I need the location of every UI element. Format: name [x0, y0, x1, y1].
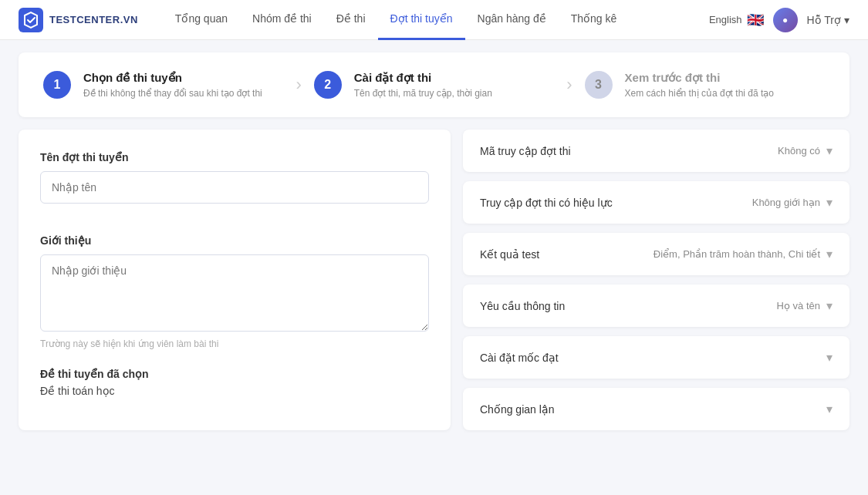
navbar: TESTCENTER.VN Tổng quan Nhóm đề thi Đề t… — [0, 0, 868, 40]
step-2-content: Cài đặt đợt thi Tên đợt thi, mã truy cập… — [354, 71, 492, 99]
step-1: 1 Chọn đề thi tuyển Đề thi không thể tha… — [43, 71, 283, 99]
desc-textarea[interactable] — [40, 254, 429, 332]
step-2-number: 2 — [314, 71, 342, 99]
ma-truy-cap-chevron-icon: ▾ — [826, 143, 833, 158]
nav-ngan-hang-de[interactable]: Ngân hàng đề — [465, 0, 559, 40]
main-content: Tên đợt thi tuyển Giới thiệu Trường này … — [19, 130, 849, 430]
left-panel: Tên đợt thi tuyển Giới thiệu Trường này … — [19, 130, 451, 430]
setting-cai-dat-moc-dat[interactable]: Cài đặt mốc đạt ▾ — [463, 336, 849, 379]
right-panel: Mã truy cập đợt thi Không có ▾ Truy cập … — [463, 130, 849, 430]
ket-qua-test-label: Kết quả test — [480, 248, 539, 261]
help-chevron-icon: ▾ — [844, 14, 849, 26]
step-3-title: Xem trước đợt thi — [625, 71, 774, 85]
help-label: Hỗ Trợ — [807, 14, 841, 26]
nav-nhom-de-thi[interactable]: Nhóm đề thi — [240, 0, 324, 40]
step-3-content: Xem trước đợt thi Xem cách hiển thị của … — [625, 71, 774, 99]
cai-dat-moc-dat-chevron-icon: ▾ — [826, 350, 833, 365]
step-3-desc: Xem cách hiển thị của đợt thi đã tạo — [625, 88, 774, 99]
name-field-label: Tên đợt thi tuyển — [40, 151, 429, 163]
brand-logo-icon — [19, 8, 43, 32]
ket-qua-test-value-group: Điểm, Phần trăm hoàn thành, Chi tiết ▾ — [654, 247, 833, 261]
desc-field-label: Giới thiệu — [40, 234, 429, 247]
ket-qua-test-chevron-icon: ▾ — [826, 247, 833, 261]
selected-exam-value: Đề thi toán học — [40, 385, 429, 397]
nav-thong-ke[interactable]: Thống kê — [559, 0, 630, 40]
user-avatar[interactable]: ● — [773, 8, 798, 32]
cai-dat-moc-dat-value-group: ▾ — [820, 350, 833, 365]
truy-cap-hieu-luc-label: Truy cập đợt thi có hiệu lực — [480, 197, 613, 209]
stepper: 1 Chọn đề thi tuyển Đề thi không thể tha… — [19, 52, 849, 117]
svg-rect-0 — [19, 8, 43, 32]
yeu-cau-thong-tin-chevron-icon: ▾ — [826, 298, 833, 313]
nav-tong-quan[interactable]: Tổng quan — [163, 0, 240, 40]
ma-truy-cap-label: Mã truy cập đợt thi — [480, 145, 571, 157]
language-button[interactable]: English 🇬🇧 — [709, 12, 764, 29]
truy-cap-hieu-luc-value-group: Không giới hạn ▾ — [752, 195, 833, 210]
selected-exam-label: Đề thi tuyển đã chọn — [40, 368, 429, 380]
truy-cap-hieu-luc-chevron-icon: ▾ — [826, 195, 833, 210]
nav-dot-thi-tuyen[interactable]: Đợt thi tuyển — [378, 0, 465, 40]
name-input[interactable] — [40, 171, 429, 204]
step-3-number: 3 — [585, 71, 613, 99]
chong-gian-lan-label: Chống gian lận — [480, 403, 555, 416]
setting-yeu-cau-thong-tin[interactable]: Yêu cầu thông tin Họ và tên ▾ — [463, 285, 849, 327]
selected-exam-section: Đề thi tuyển đã chọn Đề thi toán học — [40, 368, 429, 397]
nav-links: Tổng quan Nhóm đề thi Đề thi Đợt thi tuy… — [163, 0, 709, 40]
step-1-title: Chọn đề thi tuyển — [83, 71, 262, 85]
navbar-right: English 🇬🇧 ● Hỗ Trợ ▾ — [709, 8, 849, 32]
step-3: 3 Xem trước đợt thi Xem cách hiển thị củ… — [585, 71, 825, 99]
brand-name: TESTCENTER.VN — [49, 14, 138, 25]
name-field-section: Tên đợt thi tuyển — [40, 151, 429, 219]
step-1-number: 1 — [43, 71, 71, 99]
chong-gian-lan-value-group: ▾ — [820, 402, 833, 416]
yeu-cau-thong-tin-value-group: Họ và tên ▾ — [777, 298, 833, 313]
step-arrow-1: › — [296, 75, 301, 95]
nav-de-thi[interactable]: Đề thi — [324, 0, 378, 40]
brand-logo-link[interactable]: TESTCENTER.VN — [19, 8, 138, 32]
language-label: English — [709, 14, 742, 25]
truy-cap-hieu-luc-value: Không giới hạn — [752, 197, 820, 208]
step-2: 2 Cài đặt đợt thi Tên đợt thi, mã truy c… — [314, 71, 554, 99]
setting-ma-truy-cap[interactable]: Mã truy cập đợt thi Không có ▾ — [463, 130, 849, 172]
setting-truy-cap-hieu-luc[interactable]: Truy cập đợt thi có hiệu lực Không giới … — [463, 181, 849, 224]
cai-dat-moc-dat-label: Cài đặt mốc đạt — [480, 352, 559, 364]
help-button[interactable]: Hỗ Trợ ▾ — [807, 14, 849, 26]
yeu-cau-thong-tin-label: Yêu cầu thông tin — [480, 300, 565, 312]
yeu-cau-thong-tin-value: Họ và tên — [777, 300, 820, 311]
desc-field-section: Giới thiệu Trường này sẽ hiện khi ứng vi… — [40, 234, 429, 349]
ma-truy-cap-value-group: Không có ▾ — [778, 143, 833, 158]
setting-ket-qua-test[interactable]: Kết quả test Điểm, Phần trăm hoàn thành,… — [463, 233, 849, 275]
step-arrow-2: › — [566, 75, 572, 95]
step-2-desc: Tên đợt thi, mã truy cập, thời gian — [354, 88, 492, 99]
setting-chong-gian-lan[interactable]: Chống gian lận ▾ — [463, 388, 849, 430]
avatar-icon: ● — [782, 15, 788, 25]
step-2-title: Cài đặt đợt thi — [354, 71, 492, 85]
flag-icon: 🇬🇧 — [747, 12, 764, 29]
ket-qua-test-value: Điểm, Phần trăm hoàn thành, Chi tiết — [654, 248, 820, 260]
chong-gian-lan-chevron-icon: ▾ — [826, 402, 833, 416]
step-1-content: Chọn đề thi tuyển Đề thi không thể thay … — [83, 71, 262, 99]
ma-truy-cap-value: Không có — [778, 145, 820, 157]
desc-hint: Trường này sẽ hiện khi ứng viên làm bài … — [40, 338, 429, 349]
step-1-desc: Đề thi không thể thay đổi sau khi tạo đợ… — [83, 88, 262, 99]
